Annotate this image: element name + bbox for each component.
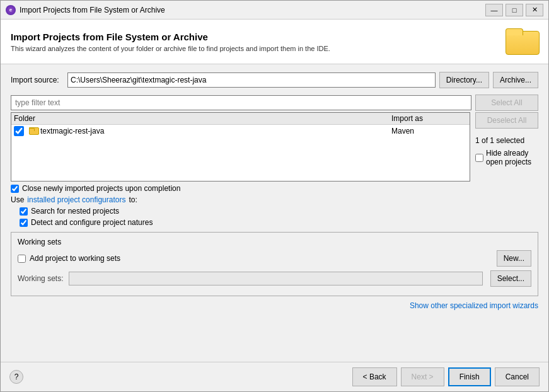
maximize-button[interactable]: □ xyxy=(506,4,523,16)
options-section: Close newly imported projects upon compl… xyxy=(11,184,538,227)
hide-open-label: Hide already open projects xyxy=(486,149,538,166)
deselect-all-button[interactable]: Deselect All xyxy=(475,112,538,129)
add-to-ws-checkbox[interactable] xyxy=(18,255,26,263)
wizard-title: Import Projects from File System or Arch… xyxy=(11,32,330,42)
wizard-content: Import source: Directory... Archive... S… xyxy=(1,64,548,362)
show-wizards-row: Show other specialized import wizards xyxy=(11,301,538,310)
installed-configurators-link[interactable]: installed project configurators xyxy=(27,195,125,204)
close-newly-row: Close newly imported projects upon compl… xyxy=(11,184,538,193)
use-installed-suffix: to: xyxy=(129,195,137,204)
title-bar: e Import Projects from File System or Ar… xyxy=(1,1,548,20)
window-icon: e xyxy=(6,5,16,15)
import-source-row: Import source: Directory... Archive... xyxy=(11,72,538,88)
table-side-section: Folder Import as textmagic-rest-java Mav… xyxy=(11,112,538,182)
cancel-button[interactable]: Cancel xyxy=(495,367,540,386)
hide-open-checkbox[interactable] xyxy=(475,154,483,162)
detect-configure-row: Detect and configure project natures xyxy=(20,218,538,227)
select-all-button[interactable]: Select All xyxy=(475,95,538,111)
ws-label: Working sets: xyxy=(18,274,65,283)
ws-input xyxy=(69,272,483,285)
table-row[interactable]: textmagic-rest-java Maven xyxy=(11,125,470,137)
footer-left: ? xyxy=(9,370,23,384)
selection-info: 1 of 1 selected xyxy=(475,136,538,145)
header-text-block: Import Projects from File System or Arch… xyxy=(11,32,330,52)
row-checkbox[interactable] xyxy=(14,126,24,136)
back-button[interactable]: < Back xyxy=(352,367,397,386)
footer-right: < Back Next > Finish Cancel xyxy=(352,367,540,386)
filter-table-section: Select All Folder Import as textmagic-re… xyxy=(11,95,538,182)
filter-input[interactable] xyxy=(11,95,471,110)
next-button[interactable]: Next > xyxy=(401,367,444,386)
window-title: Import Projects from File System or Arch… xyxy=(20,6,485,14)
add-to-ws-row: Add project to working sets New... xyxy=(18,250,531,267)
wizard-footer: ? < Back Next > Finish Cancel xyxy=(1,362,548,391)
col-header-import: Import as xyxy=(391,114,467,123)
add-to-ws-label: Add project to working sets xyxy=(30,254,120,263)
directory-button[interactable]: Directory... xyxy=(439,72,489,88)
working-sets-title: Working sets xyxy=(18,238,531,246)
show-wizards-link[interactable]: Show other specialized import wizards xyxy=(410,301,538,310)
main-window: e Import Projects from File System or Ar… xyxy=(0,0,549,392)
archive-button[interactable]: Archive... xyxy=(493,72,538,88)
wizard-description: This wizard analyzes the content of your… xyxy=(11,45,330,52)
search-nested-checkbox[interactable] xyxy=(20,207,28,216)
cell-import: Maven xyxy=(391,127,467,135)
cell-folder: textmagic-rest-java xyxy=(14,126,391,136)
col-header-folder: Folder xyxy=(14,114,391,123)
side-buttons: Deselect All 1 of 1 selected Hide alread… xyxy=(475,112,538,182)
detect-configure-label: Detect and configure project natures xyxy=(31,218,153,227)
table-header: Folder Import as xyxy=(11,113,470,125)
working-sets-group: Working sets Add project to working sets… xyxy=(11,232,538,296)
info-area: 1 of 1 selected Hide already open projec… xyxy=(475,136,538,166)
search-nested-label: Search for nested projects xyxy=(31,207,119,216)
import-source-input[interactable] xyxy=(67,72,436,88)
ws-select-row: Working sets: Select... xyxy=(18,270,531,287)
minimize-button[interactable]: — xyxy=(485,4,503,16)
filter-row: Select All xyxy=(11,95,538,111)
folder-icon xyxy=(506,28,538,55)
folder-row-icon xyxy=(29,128,38,135)
select-ws-button[interactable]: Select... xyxy=(490,270,531,287)
new-ws-button[interactable]: New... xyxy=(497,250,531,267)
use-installed-row: Use installed project configurators to: xyxy=(11,195,538,204)
finish-button[interactable]: Finish xyxy=(448,367,491,386)
close-button[interactable]: ✕ xyxy=(526,4,543,16)
close-newly-label: Close newly imported projects upon compl… xyxy=(22,184,180,193)
search-nested-row: Search for nested projects xyxy=(20,207,538,216)
eclipse-logo: e xyxy=(6,5,16,15)
detect-configure-checkbox[interactable] xyxy=(20,219,28,227)
close-newly-checkbox[interactable] xyxy=(11,185,19,193)
wizard-header: Import Projects from File System or Arch… xyxy=(1,20,548,64)
hide-open-row: Hide already open projects xyxy=(475,149,538,166)
row-folder-name: textmagic-rest-java xyxy=(40,127,104,135)
projects-table: Folder Import as textmagic-rest-java Mav… xyxy=(11,112,470,182)
window-controls: — □ ✕ xyxy=(485,4,543,16)
use-installed-prefix: Use xyxy=(11,195,24,204)
help-button[interactable]: ? xyxy=(9,370,23,384)
import-source-label: Import source: xyxy=(11,76,67,84)
